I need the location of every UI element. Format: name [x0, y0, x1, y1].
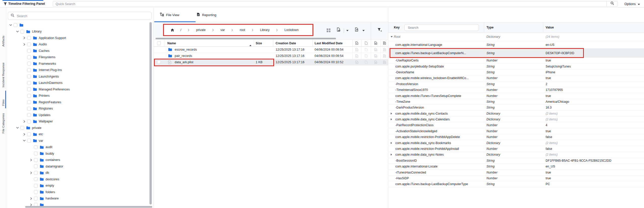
chevron-right-icon[interactable] — [23, 133, 27, 136]
collapse-icon[interactable] — [391, 36, 393, 38]
tree-item-frameworks[interactable]: Frameworks — [6, 60, 150, 67]
tree-checkbox[interactable] — [34, 177, 38, 181]
side-tab-artifacts[interactable]: Artifacts — [0, 27, 6, 55]
tree-item-folders[interactable]: folders — [6, 189, 150, 195]
home-icon[interactable] — [171, 28, 174, 32]
plist-row-com-apple-mobile-data-sync-bookmarks[interactable]: com.apple.mobile.data_sync-BookmarksDict… — [388, 140, 644, 146]
column-header-last-modified[interactable]: Last Modified Date — [315, 42, 343, 45]
expand-icon[interactable] — [391, 118, 392, 121]
plist-row-com-apple-mobile-wireless-lockdown-enablewifico[interactable]: com.apple.mobile.wireless_lockdown-Enabl… — [388, 75, 644, 81]
plist-row-com-apple-mobile-data-sync-notes[interactable]: com.apple.mobile.data_sync-NotesDictiona… — [388, 152, 644, 158]
plist-row-com-apple-mobile-restriction-prohibitappinstall[interactable]: com.apple.mobile.restriction-ProhibitApp… — [388, 146, 644, 152]
column-header-size[interactable]: Size — [256, 42, 262, 45]
chevron-right-icon[interactable] — [23, 43, 27, 46]
tree-checkbox[interactable] — [27, 132, 31, 136]
file-details-icon[interactable] — [381, 47, 388, 53]
plist-row-activationstateacknowledged[interactable]: -ActivationStateAcknowledgedNumbertrue — [388, 128, 644, 134]
chevron-down-icon[interactable] — [346, 30, 349, 31]
side-tab-incident-response[interactable]: Incident Response — [0, 57, 6, 93]
tree-checkbox[interactable] — [34, 190, 38, 194]
tab-file-view[interactable]: File View — [160, 8, 179, 22]
tree-checkbox[interactable] — [27, 139, 31, 143]
tree-item-application-support[interactable]: Application Support — [6, 35, 150, 41]
file-export-icon[interactable] — [352, 53, 361, 59]
tree-item-root[interactable] — [6, 22, 150, 28]
tree-checkbox[interactable] — [34, 145, 38, 149]
tree-checkbox[interactable] — [27, 62, 31, 65]
tree-checkbox[interactable] — [34, 158, 38, 162]
plist-row-com-apple-international-locale[interactable]: com.apple.international-LocaleStringen_U… — [388, 164, 644, 169]
search-button[interactable] — [607, 1, 618, 6]
side-tab-files[interactable]: Files — [0, 96, 6, 110]
tree-item-ringtones[interactable]: Ringtones — [6, 106, 150, 112]
file-process-icon[interactable] — [371, 59, 381, 65]
file-export-icon[interactable] — [352, 59, 361, 65]
tree-horizontal-scrollbar[interactable] — [25, 206, 152, 208]
file-row-pair-records[interactable]: pair_records12/25/2025 13:17:1604/06/202… — [154, 53, 388, 59]
plist-row-com-apple-itunes-backup-lastbackupcomputertype[interactable]: com.apple.iTunes.backup-LastBackupComput… — [388, 181, 644, 187]
plist-row-useraptorcerts[interactable]: -UseRaptorCertsNumbertrue — [388, 58, 644, 63]
tree-checkbox[interactable] — [14, 23, 17, 27]
tree-item-managed-preferences[interactable]: Managed Preferences — [6, 86, 150, 93]
table-horizontal-scrollbar[interactable] — [156, 38, 336, 39]
plist-row-pairrecordprotectionclass[interactable]: -PairRecordProtectionClassNumber4 — [388, 122, 644, 128]
breadcrumb-item[interactable]: Library — [260, 28, 270, 32]
expand-icon[interactable] — [391, 154, 392, 156]
breadcrumb-item[interactable]: private — [196, 28, 206, 32]
plist-row-com-apple-mobile-data-sync-contacts[interactable]: com.apple.mobile.data_sync-ContactsDicti… — [388, 111, 644, 117]
tree-checkbox[interactable] — [27, 107, 31, 111]
tree-item-private[interactable]: private — [6, 125, 150, 131]
tree-item-empty[interactable]: empty — [6, 183, 150, 189]
plist-row-com-apple-purplebuddy-setupstate[interactable]: com.apple.purplebuddy-SetupStateStringSe… — [388, 63, 644, 69]
chevron-down-icon[interactable] — [23, 139, 27, 142]
tree-item-filesystems[interactable]: Filesystems — [6, 54, 150, 61]
file-details-icon[interactable] — [381, 53, 388, 59]
expand-icon[interactable] — [391, 142, 392, 144]
tree-checkbox[interactable] — [27, 120, 31, 123]
filter-add-icon[interactable] — [377, 28, 382, 32]
chevron-down-icon[interactable] — [9, 24, 14, 26]
side-tab-file-categories[interactable]: File Categories — [0, 111, 6, 135]
tree-item-etc[interactable]: etc — [6, 131, 150, 138]
key-search-input[interactable] — [407, 26, 476, 30]
plist-row-devicename[interactable]: -DeviceNameStringiPhone — [388, 70, 644, 75]
chevron-right-icon[interactable] — [23, 37, 27, 39]
tree-item-containers[interactable]: containers — [6, 157, 150, 163]
tree-checkbox[interactable] — [34, 203, 38, 206]
column-header-file-process-icon[interactable] — [371, 40, 381, 46]
tree-item-audio[interactable]: Audio — [6, 41, 150, 48]
tree-checkbox[interactable] — [34, 184, 38, 188]
tree-checkbox[interactable] — [27, 49, 31, 53]
file-copy-icon[interactable] — [361, 53, 371, 59]
file-preview-icon[interactable] — [337, 27, 340, 32]
grid-view-icon[interactable] — [327, 28, 330, 32]
tree-item-library[interactable]: Library — [6, 28, 150, 35]
tree-checkbox[interactable] — [27, 113, 31, 117]
quick-search-input[interactable] — [53, 1, 607, 6]
column-header-name[interactable]: Name — [167, 42, 176, 45]
plist-row-com-apple-international-language[interactable]: com.apple.international-LanguageStringen… — [388, 41, 644, 49]
file-export-icon[interactable] — [355, 27, 359, 32]
tree-item-dextcores[interactable]: dextcores — [6, 176, 150, 183]
tree-checkbox[interactable] — [34, 164, 38, 168]
tree-checkbox[interactable] — [27, 36, 31, 40]
tree-checkbox[interactable] — [27, 68, 31, 72]
tree-checkbox[interactable] — [27, 55, 31, 59]
chevron-down-icon[interactable] — [16, 30, 20, 33]
plist-row-protocolversion[interactable]: -ProtocolVersionString2 — [388, 81, 644, 87]
tree-checkbox[interactable] — [20, 126, 24, 130]
column-header-file-copy-icon[interactable] — [361, 40, 371, 46]
tree-checkbox[interactable] — [27, 81, 31, 85]
tree-item-var[interactable]: var — [6, 137, 150, 144]
tree-checkbox[interactable] — [34, 171, 38, 175]
plist-row-com-apple-mobile-data-sync-calendars[interactable]: com.apple.mobile.data_sync-CalendarsDict… — [388, 117, 644, 122]
tree-item-printers[interactable]: Printers — [6, 93, 150, 99]
breadcrumb-item[interactable]: Lockdown — [284, 28, 298, 32]
plist-row-ituneshasconnected[interactable]: -iTunesHasConnectedNumbertrue — [388, 169, 644, 175]
plist-row-hassidp[interactable]: -HasSiDPNumbertrue — [388, 176, 644, 181]
column-header-creation-date[interactable]: Creation Date — [276, 42, 296, 45]
breadcrumb-item[interactable]: root — [240, 28, 245, 32]
file-copy-icon[interactable] — [361, 47, 371, 53]
chevron-right-icon[interactable] — [30, 197, 34, 200]
chevron-right-icon[interactable] — [23, 120, 27, 123]
